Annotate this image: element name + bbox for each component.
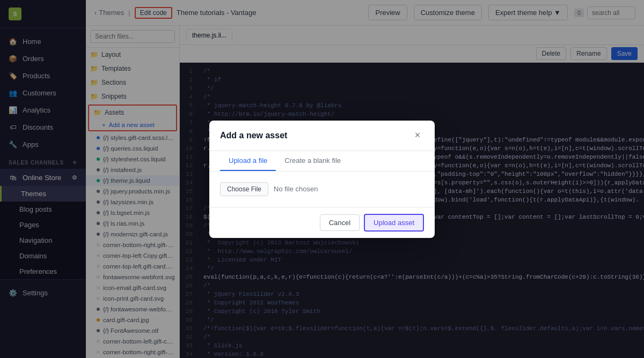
modal-header: Add a new asset ×: [209, 121, 435, 151]
modal-overlay[interactable]: Add a new asset × Upload a file Create a…: [0, 0, 644, 358]
modal-tab-upload[interactable]: Upload a file: [220, 151, 276, 171]
modal-close-button[interactable]: ×: [411, 129, 424, 142]
add-asset-modal: Add a new asset × Upload a file Create a…: [209, 121, 435, 238]
modal-tab-create[interactable]: Create a blank file: [276, 151, 349, 171]
modal-tabs: Upload a file Create a blank file: [209, 151, 435, 171]
modal-footer: Cancel Upload asset: [209, 207, 435, 238]
upload-asset-button[interactable]: Upload asset: [364, 214, 424, 232]
file-choose-row: Choose File No file chosen: [220, 182, 424, 196]
cancel-button[interactable]: Cancel: [320, 214, 360, 231]
choose-file-button[interactable]: Choose File: [220, 182, 268, 196]
modal-body: Choose File No file chosen: [209, 171, 435, 207]
modal-title: Add a new asset: [220, 131, 287, 140]
no-file-text: No file chosen: [274, 185, 318, 193]
